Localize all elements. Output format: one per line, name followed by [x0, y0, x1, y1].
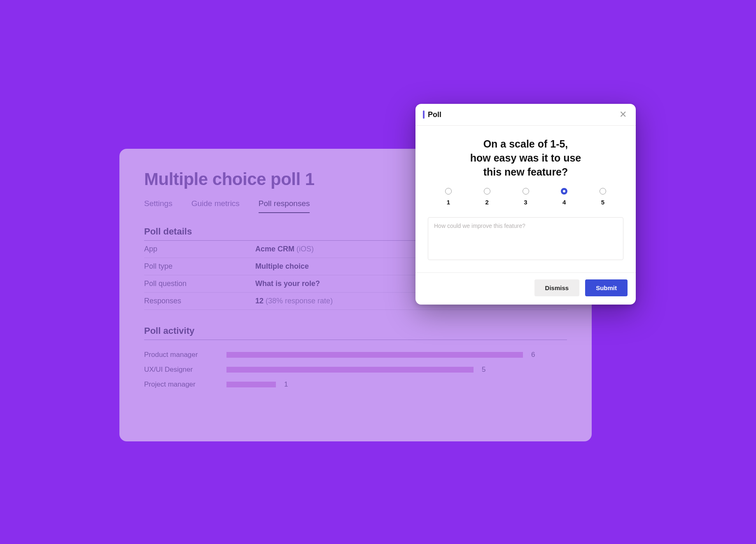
poll-activity-chart: Product manager6UX/UI Designer5Project m…	[144, 347, 567, 392]
question-line: On a scale of 1-5,	[483, 138, 568, 150]
poll-modal: Poll ✕ On a scale of 1-5, how easy was i…	[415, 104, 636, 305]
question-line: this new feature?	[483, 166, 568, 178]
submit-button[interactable]: Submit	[585, 279, 628, 296]
poll-question: On a scale of 1-5, how easy was it to us…	[428, 137, 623, 179]
radio-icon[interactable]	[600, 188, 606, 195]
rating-scale: 12345	[428, 188, 623, 206]
dismiss-button[interactable]: Dismiss	[534, 279, 580, 296]
scale-option-5[interactable]: 5	[600, 188, 606, 206]
scale-label: 4	[562, 199, 566, 206]
tab-poll-responses[interactable]: Poll responses	[259, 199, 310, 213]
bar-fill	[226, 367, 474, 373]
modal-header: Poll ✕	[415, 104, 636, 126]
radio-icon[interactable]	[484, 188, 490, 195]
activity-label: Product manager	[144, 351, 218, 359]
detail-value-muted: (iOS)	[296, 245, 314, 253]
modal-title: Poll	[428, 110, 441, 119]
scale-option-3[interactable]: 3	[523, 188, 529, 206]
scale-option-1[interactable]: 1	[445, 188, 452, 206]
modal-body: On a scale of 1-5, how easy was it to us…	[415, 126, 636, 273]
detail-label: Responses	[144, 297, 255, 305]
poll-activity-heading: Poll activity	[144, 326, 567, 340]
accent-bar-icon	[423, 110, 425, 119]
activity-row: UX/UI Designer5	[144, 362, 567, 377]
detail-value: What is your role?	[255, 279, 320, 288]
scale-option-4[interactable]: 4	[561, 188, 567, 206]
activity-count: 5	[482, 366, 485, 374]
modal-title-wrap: Poll	[423, 110, 441, 119]
bar-wrapper: 6	[226, 351, 567, 359]
activity-count: 1	[284, 380, 288, 389]
modal-footer: Dismiss Submit	[415, 273, 636, 305]
scale-label: 3	[524, 199, 527, 206]
detail-value-bold: Acme CRM	[255, 245, 294, 253]
detail-value-bold: What is your role?	[255, 279, 320, 288]
detail-value-bold: Multiple choice	[255, 262, 309, 270]
scale-label: 5	[601, 199, 604, 206]
radio-icon[interactable]	[523, 188, 529, 195]
bar-fill	[226, 382, 276, 387]
activity-label: UX/UI Designer	[144, 366, 218, 374]
bar-fill	[226, 352, 523, 358]
close-icon[interactable]: ✕	[618, 109, 628, 120]
detail-value: Acme CRM (iOS)	[255, 245, 314, 253]
detail-value: Multiple choice	[255, 262, 309, 271]
detail-label: Poll type	[144, 262, 255, 271]
detail-label: App	[144, 245, 255, 253]
scale-option-2[interactable]: 2	[484, 188, 490, 206]
scale-label: 2	[485, 199, 489, 206]
feedback-input[interactable]	[428, 217, 623, 260]
detail-value: 12 (38% response rate)	[255, 297, 333, 305]
bar-wrapper: 5	[226, 366, 567, 374]
scale-label: 1	[447, 199, 450, 206]
detail-label: Poll question	[144, 279, 255, 288]
activity-row: Product manager6	[144, 347, 567, 362]
radio-icon[interactable]	[445, 188, 452, 195]
activity-count: 6	[531, 351, 535, 359]
detail-value-muted: (38% response rate)	[266, 297, 333, 305]
question-line: how easy was it to use	[470, 152, 581, 164]
tab-guide-metrics[interactable]: Guide metrics	[191, 199, 240, 213]
tab-settings[interactable]: Settings	[144, 199, 173, 213]
detail-value-bold: 12	[255, 297, 264, 305]
activity-label: Project manager	[144, 380, 218, 389]
bar-wrapper: 1	[226, 380, 567, 389]
activity-row: Project manager1	[144, 377, 567, 392]
radio-icon[interactable]	[561, 188, 567, 195]
